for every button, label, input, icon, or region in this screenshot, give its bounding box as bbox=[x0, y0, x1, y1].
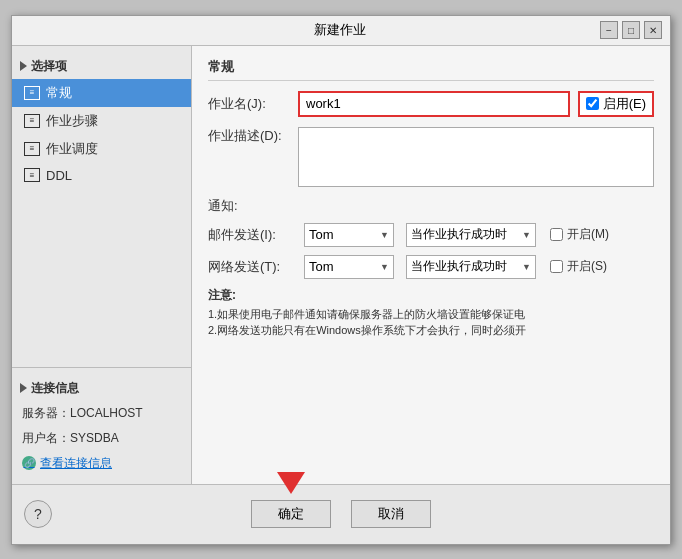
note-line2: 2.网络发送功能只有在Windows操作系统下才会执行，同时必须开 bbox=[208, 322, 654, 339]
ddl-icon: ≡ bbox=[24, 168, 40, 182]
sidebar-item-steps-label: 作业步骤 bbox=[46, 112, 98, 130]
email-row: 邮件发送(I): Tom ▼ 当作业执行成功时 ▼ 开启(M) bbox=[208, 223, 654, 247]
network-user-dropdown[interactable]: Tom ▼ bbox=[304, 255, 394, 279]
network-open-wrapper: 开启(S) bbox=[550, 258, 607, 275]
description-label: 作业描述(D): bbox=[208, 127, 298, 145]
regular-icon: ≡ bbox=[24, 86, 40, 100]
user-info: 用户名：SYSDBA bbox=[12, 426, 191, 451]
sidebar-item-schedule[interactable]: ≡ 作业调度 bbox=[12, 135, 191, 163]
email-user-value: Tom bbox=[309, 227, 334, 242]
enable-label: 启用(E) bbox=[603, 95, 646, 113]
email-open-checkbox[interactable] bbox=[550, 228, 563, 241]
window-controls: − □ ✕ bbox=[600, 21, 662, 39]
network-open-label: 开启(S) bbox=[567, 258, 607, 275]
sidebar-section2-header: 连接信息 bbox=[12, 376, 191, 401]
triangle2-icon bbox=[20, 383, 27, 393]
schedule-icon: ≡ bbox=[24, 142, 40, 156]
footer: ? 确定 取消 bbox=[12, 484, 670, 544]
sidebar-section2: 连接信息 服务器：LOCALHOST 用户名：SYSDBA 🔗 查看连接信息 bbox=[12, 367, 191, 476]
confirm-button[interactable]: 确定 bbox=[251, 500, 331, 528]
network-user-arrow: ▼ bbox=[380, 262, 389, 272]
description-textarea[interactable] bbox=[298, 127, 654, 187]
window-body: 选择项 ≡ 常规 ≡ 作业步骤 ≡ 作业调度 ≡ DDL bbox=[12, 46, 670, 484]
minimize-button[interactable]: − bbox=[600, 21, 618, 39]
main-content: 常规 作业名(J): 启用(E) 作业描述(D): 通知: 邮件发送(I): bbox=[192, 46, 670, 484]
connection-link-label: 查看连接信息 bbox=[40, 455, 112, 472]
sidebar-item-regular[interactable]: ≡ 常规 bbox=[12, 79, 191, 107]
email-condition-value: 当作业执行成功时 bbox=[411, 226, 507, 243]
link-icon: 🔗 bbox=[22, 456, 36, 470]
title-bar: 新建作业 − □ ✕ bbox=[12, 16, 670, 46]
help-button[interactable]: ? bbox=[24, 500, 52, 528]
sidebar: 选择项 ≡ 常规 ≡ 作业步骤 ≡ 作业调度 ≡ DDL bbox=[12, 46, 192, 484]
email-open-wrapper: 开启(M) bbox=[550, 226, 609, 243]
confirm-button-wrapper: 确定 bbox=[251, 500, 331, 528]
sidebar-section1-label: 选择项 bbox=[31, 58, 67, 75]
server-info: 服务器：LOCALHOST bbox=[12, 401, 191, 426]
email-user-dropdown[interactable]: Tom ▼ bbox=[304, 223, 394, 247]
email-condition-arrow: ▼ bbox=[522, 230, 531, 240]
note-line1: 1.如果使用电子邮件通知请确保服务器上的防火墙设置能够保证电 bbox=[208, 306, 654, 323]
network-condition-dropdown[interactable]: 当作业执行成功时 ▼ bbox=[406, 255, 536, 279]
network-user-value: Tom bbox=[309, 259, 334, 274]
triangle-icon bbox=[20, 61, 27, 71]
job-name-input[interactable] bbox=[298, 91, 570, 117]
steps-icon: ≡ bbox=[24, 114, 40, 128]
window-title: 新建作业 bbox=[80, 21, 600, 39]
network-row: 网络发送(T): Tom ▼ 当作业执行成功时 ▼ 开启(S) bbox=[208, 255, 654, 279]
main-window: 新建作业 − □ ✕ 选择项 ≡ 常规 ≡ 作业步骤 ≡ 作业调度 bbox=[11, 15, 671, 545]
network-condition-value: 当作业执行成功时 bbox=[411, 258, 507, 275]
email-user-arrow: ▼ bbox=[380, 230, 389, 240]
network-condition-arrow: ▼ bbox=[522, 262, 531, 272]
sidebar-section2-label: 连接信息 bbox=[31, 380, 79, 397]
network-open-checkbox[interactable] bbox=[550, 260, 563, 273]
enable-wrapper: 启用(E) bbox=[578, 91, 654, 117]
arrow-indicator bbox=[277, 472, 305, 494]
enable-checkbox[interactable] bbox=[586, 97, 599, 110]
note-section: 注意: 1.如果使用电子邮件通知请确保服务器上的防火墙设置能够保证电 2.网络发… bbox=[208, 287, 654, 339]
close-button[interactable]: ✕ bbox=[644, 21, 662, 39]
job-name-row: 作业名(J): 启用(E) bbox=[208, 91, 654, 117]
section-label: 常规 bbox=[208, 58, 654, 81]
email-label: 邮件发送(I): bbox=[208, 226, 298, 244]
sidebar-item-schedule-label: 作业调度 bbox=[46, 140, 98, 158]
sidebar-item-ddl-label: DDL bbox=[46, 168, 72, 183]
sidebar-section1-header: 选择项 bbox=[12, 54, 191, 79]
connection-link[interactable]: 🔗 查看连接信息 bbox=[12, 451, 191, 476]
sidebar-item-steps[interactable]: ≡ 作业步骤 bbox=[12, 107, 191, 135]
email-open-label: 开启(M) bbox=[567, 226, 609, 243]
job-name-label: 作业名(J): bbox=[208, 95, 298, 113]
note-title: 注意: bbox=[208, 287, 654, 304]
maximize-button[interactable]: □ bbox=[622, 21, 640, 39]
sidebar-item-ddl[interactable]: ≡ DDL bbox=[12, 163, 191, 188]
notification-label: 通知: bbox=[208, 197, 654, 215]
cancel-button[interactable]: 取消 bbox=[351, 500, 431, 528]
network-label: 网络发送(T): bbox=[208, 258, 298, 276]
description-row: 作业描述(D): bbox=[208, 127, 654, 187]
email-condition-dropdown[interactable]: 当作业执行成功时 ▼ bbox=[406, 223, 536, 247]
sidebar-item-regular-label: 常规 bbox=[46, 84, 72, 102]
